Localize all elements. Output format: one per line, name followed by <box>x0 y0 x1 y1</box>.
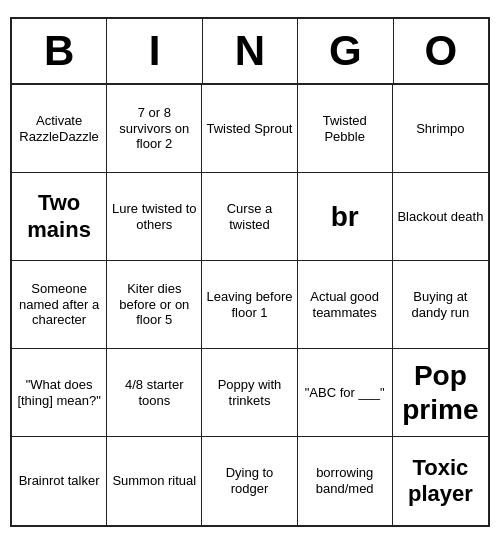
bingo-cell: Actual good teammates <box>298 261 393 349</box>
bingo-cell: borrowing band/med <box>298 437 393 525</box>
header-letter: N <box>203 19 298 83</box>
bingo-cell: Twisted Sprout <box>202 85 297 173</box>
bingo-header: BINGO <box>12 19 488 85</box>
bingo-cell: Poppy with trinkets <box>202 349 297 437</box>
bingo-cell: Kiter dies before or on floor 5 <box>107 261 202 349</box>
header-letter: I <box>107 19 202 83</box>
bingo-cell: Toxic player <box>393 437 488 525</box>
bingo-card: BINGO Activate RazzleDazzle7 or 8 surviv… <box>10 17 490 527</box>
bingo-cell: 7 or 8 survivors on floor 2 <box>107 85 202 173</box>
bingo-cell: Pop prime <box>393 349 488 437</box>
bingo-cell: Blackout death <box>393 173 488 261</box>
bingo-cell: Summon ritual <box>107 437 202 525</box>
bingo-cell: 4/8 starter toons <box>107 349 202 437</box>
bingo-cell: "What does [thing] mean?" <box>12 349 107 437</box>
bingo-cell: br <box>298 173 393 261</box>
bingo-cell: Buying at dandy run <box>393 261 488 349</box>
bingo-cell: Twisted Pebble <box>298 85 393 173</box>
bingo-cell: Leaving before floor 1 <box>202 261 297 349</box>
header-letter: O <box>394 19 488 83</box>
bingo-cell: Shrimpo <box>393 85 488 173</box>
bingo-cell: "ABC for ___" <box>298 349 393 437</box>
header-letter: G <box>298 19 393 83</box>
bingo-cell: Someone named after a charecter <box>12 261 107 349</box>
bingo-cell: Brainrot talker <box>12 437 107 525</box>
bingo-grid: Activate RazzleDazzle7 or 8 survivors on… <box>12 85 488 525</box>
header-letter: B <box>12 19 107 83</box>
bingo-cell: Activate RazzleDazzle <box>12 85 107 173</box>
bingo-cell: Dying to rodger <box>202 437 297 525</box>
bingo-cell: Lure twisted to others <box>107 173 202 261</box>
bingo-cell: Two mains <box>12 173 107 261</box>
bingo-cell: Curse a twisted <box>202 173 297 261</box>
